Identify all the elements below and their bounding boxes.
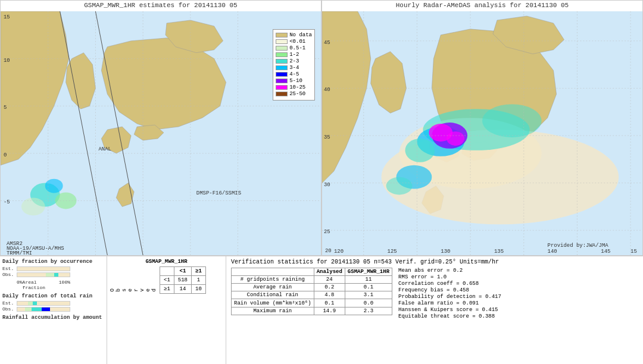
contingency-cell-14: 14 — [174, 285, 191, 294]
stat-5: False alarm ratio = 0.091 — [398, 300, 501, 306]
contingency-wrapper: Observed <1 ≥1 <1 518 — [110, 266, 223, 314]
legend-item-1-2: 1-2 — [276, 52, 312, 58]
stat-2: Correlation coeff = 0.658 — [398, 281, 501, 287]
obs-bar-2 — [17, 307, 25, 311]
svg-text:45: 45 — [324, 40, 330, 46]
stats-analysed-0: 24 — [314, 276, 345, 284]
right-map-area: 45 40 35 30 25 20 120 125 130 135 140 14… — [322, 11, 642, 255]
legend-item-3-4: 3-4 — [276, 65, 312, 71]
legend-label-001: <0.01 — [289, 39, 305, 45]
contingency-empty-header — [160, 267, 174, 276]
verification-table: Analysed GSMAP_MWR_1HR # gridpoints rain… — [231, 268, 392, 315]
legend-color-nodata — [276, 33, 288, 37]
obs-bar-green-22 — [25, 307, 32, 311]
total-rain-obs: Obs. — [2, 306, 104, 312]
svg-text:120: 120 — [334, 249, 344, 255]
stats-row-3: Rain volume (mm*km²x10⁶) 0.1 0.0 — [232, 299, 392, 307]
bottom-middle: GSMAP_MWR_1HR Observed <1 ≥1 — [107, 256, 226, 364]
stats-row-4: Maximum rain 14.9 2.3 — [232, 307, 392, 315]
stat-7: Equitable threat score = 0.388 — [398, 313, 501, 319]
svg-text:145: 145 — [601, 249, 610, 255]
obs-bar-cyan-1 — [54, 273, 58, 277]
legend-item-10-25: 10-25 — [276, 84, 312, 90]
svg-point-9 — [45, 179, 63, 193]
contingency-row-gte1: ≥1 14 10 — [160, 285, 206, 294]
svg-text:125: 125 — [388, 249, 397, 255]
bottom-stats: Verification statistics for 20141130 05 … — [226, 256, 643, 364]
stats-col-label — [232, 268, 314, 276]
legend: No data <0.01 0.5-1 1-2 — [273, 29, 315, 101]
stats-gsmap-0: 11 — [345, 276, 392, 284]
svg-text:10: 10 — [4, 58, 10, 64]
occurrence-chart-title: Daily fraction by occurrence — [2, 259, 104, 265]
legend-item-5-10: 5-10 — [276, 78, 312, 84]
contingency-row-label-gte1: ≥1 — [160, 285, 174, 294]
legend-label-4-5: 4-5 — [289, 71, 299, 77]
stats-analysed-3: 0.1 — [314, 299, 345, 307]
stats-gsmap-1: 0.1 — [345, 284, 392, 291]
legend-color-4-5 — [276, 72, 288, 77]
stat-1: RMS error = 1.0 — [398, 274, 501, 280]
svg-text:35: 35 — [324, 134, 330, 140]
stats-gsmap-4: 2.3 — [345, 307, 392, 315]
svg-text:135: 135 — [494, 249, 504, 255]
svg-text:ANAL: ANAL — [98, 146, 111, 152]
stat-3: Frequency bias = 0.458 — [398, 287, 501, 293]
accumulation-title: Rainfall accumulation by amount — [2, 315, 104, 321]
svg-text:30: 30 — [324, 182, 330, 188]
legend-label-nodata: No data — [289, 32, 312, 38]
stats-analysed-1: 0.2 — [314, 284, 345, 291]
legend-color-5-10 — [276, 79, 288, 83]
legend-item-25-50: 25-50 — [276, 91, 312, 97]
axis-labels-1: 0% Areal fraction 100% — [17, 280, 70, 290]
legend-label-05-1: 0.5-1 — [289, 45, 305, 51]
stats-row-0: # gridpoints raining 24 11 — [232, 276, 392, 284]
stats-label-4: Maximum rain — [232, 307, 314, 315]
legend-label-1-2: 1-2 — [289, 52, 299, 58]
stats-label-3: Rain volume (mm*km²x10⁶) — [232, 299, 314, 307]
legend-color-10-25 — [276, 85, 288, 90]
stats-header-row: Analysed GSMAP_MWR_1HR — [232, 268, 392, 276]
legend-item-2-3: 2-3 — [276, 58, 312, 64]
right-panel-title: Hourly Radar-AMeDAS analysis for 2014113… — [322, 1, 642, 10]
axis-areal: Areal fraction — [23, 280, 59, 290]
stats-gsmap-3: 0.0 — [345, 299, 392, 307]
svg-point-11 — [21, 197, 45, 215]
legend-label-2-3: 2-3 — [289, 58, 299, 64]
svg-text:-5: -5 — [4, 199, 10, 205]
svg-text:20: 20 — [325, 248, 332, 254]
occurrence-est: Est. — [2, 266, 104, 271]
svg-text:TRMM/TMI: TRMM/TMI — [7, 250, 32, 255]
contingency-col-lt1: <1 — [174, 267, 191, 276]
legend-color-1-2 — [276, 52, 288, 57]
stats-col-analysed: Analysed — [314, 268, 345, 276]
stats-content: Analysed GSMAP_MWR_1HR # gridpoints rain… — [231, 268, 638, 320]
stats-analysed-2: 4.8 — [314, 291, 345, 299]
main-container: GSMAP_MWR_1HR estimates for 20141130 05 — [0, 0, 643, 364]
obs-v-label: Observed — [110, 288, 157, 291]
contingency-row-label-lt1: <1 — [160, 276, 174, 285]
legend-color-05-1 — [276, 46, 288, 51]
right-panel: Hourly Radar-AMeDAS analysis for 2014113… — [322, 0, 643, 256]
axis-0pct: 0% — [17, 280, 23, 290]
svg-text:40: 40 — [324, 87, 330, 93]
observed-label-wrapper: Observed — [110, 266, 157, 314]
legend-label-3-4: 3-4 — [289, 65, 299, 71]
est-bar-cyan-2 — [33, 302, 37, 305]
obs-label-2: Obs. — [2, 306, 15, 312]
total-rain-chart-title: Daily fraction of total rain — [2, 293, 104, 299]
est-label-1: Est. — [2, 266, 15, 271]
legend-item-nodata: No data — [276, 32, 312, 38]
stat-0: Mean abs error = 0.2 — [398, 268, 501, 274]
bottom-left: Daily fraction by occurrence Est. Obs. — [0, 256, 107, 364]
bottom-row: Daily fraction by occurrence Est. Obs. — [0, 256, 643, 364]
occurrence-est-row: Est. Obs. — [2, 266, 104, 277]
legend-label-5-10: 5-10 — [289, 78, 302, 84]
obs-bar-1 — [17, 273, 46, 277]
est-bar-track-1 — [17, 266, 70, 271]
contingency-cell-518: 518 — [174, 276, 191, 285]
left-panel-title: GSMAP_MWR_1HR estimates for 20141130 05 — [1, 1, 321, 10]
svg-text:0: 0 — [4, 152, 7, 158]
svg-text:25: 25 — [324, 229, 330, 235]
legend-color-25-50 — [276, 92, 288, 96]
